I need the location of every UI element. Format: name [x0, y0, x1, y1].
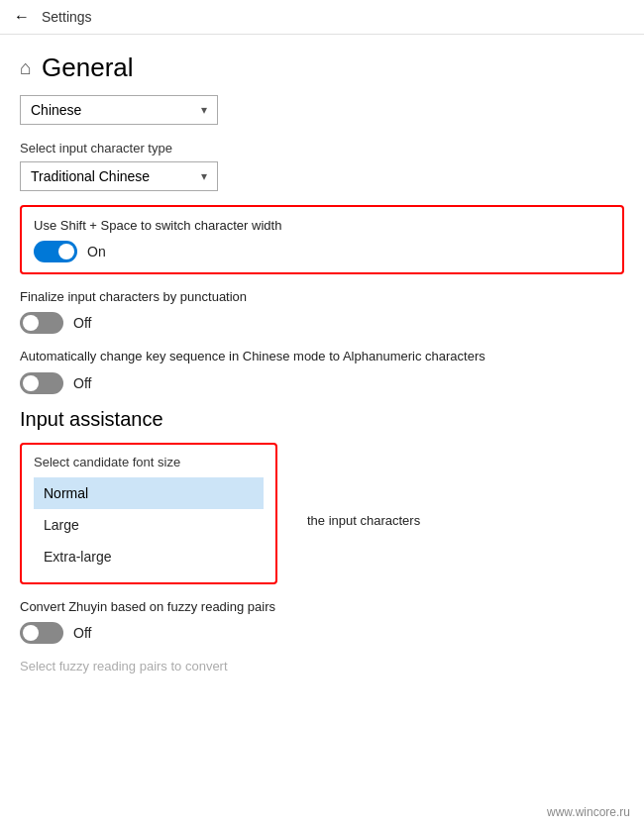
auto-change-toggle-knob: [23, 375, 39, 391]
char-type-value: Traditional Chinese: [31, 168, 150, 184]
convert-zhuyin-knob: [23, 625, 39, 641]
candidate-option-large[interactable]: Large: [34, 509, 264, 541]
char-type-section: Select input character type Traditional …: [20, 141, 624, 191]
shift-space-toggle-knob: [58, 244, 74, 259]
auto-change-section: Automatically change key sequence in Chi…: [20, 348, 624, 393]
shift-space-toggle-row: On: [34, 241, 610, 262]
page-title: General: [42, 52, 134, 83]
finalize-toggle-knob: [23, 315, 39, 331]
convert-zhuyin-label: Convert Zhuyin based on fuzzy reading pa…: [20, 598, 624, 616]
convert-zhuyin-toggle[interactable]: [20, 622, 63, 644]
finalize-toggle-row: Off: [20, 312, 624, 334]
candidate-font-size-box: Select candidate font size Normal Large …: [20, 443, 277, 584]
home-icon: ⌂: [20, 56, 32, 79]
finalize-label: Finalize input characters by punctuation: [20, 288, 624, 306]
language-dropdown[interactable]: Chinese ▾: [20, 95, 218, 125]
convert-zhuyin-toggle-row: Off: [20, 622, 624, 644]
char-type-arrow: ▾: [201, 169, 207, 183]
shift-space-state: On: [87, 244, 106, 259]
watermark: www.wincore.ru: [547, 805, 630, 819]
shift-space-section: Use Shift + Space to switch character wi…: [20, 205, 624, 274]
input-chars-label: the input characters: [307, 513, 420, 528]
finalize-toggle[interactable]: [20, 312, 63, 334]
back-button[interactable]: ←: [14, 8, 30, 26]
language-dropdown-value: Chinese: [31, 102, 81, 118]
language-dropdown-arrow: ▾: [201, 103, 207, 117]
candidate-font-size-label: Select candidate font size: [34, 455, 264, 469]
shift-space-toggle[interactable]: [34, 241, 77, 262]
input-assistance-heading: Input assistance: [20, 408, 624, 431]
char-type-dropdown[interactable]: Traditional Chinese ▾: [20, 161, 218, 191]
auto-change-toggle[interactable]: [20, 372, 63, 394]
char-type-label: Select input character type: [20, 141, 624, 155]
auto-change-label: Automatically change key sequence in Chi…: [20, 348, 624, 365]
input-assistance-section: Input assistance Select candidate font s…: [20, 408, 624, 675]
auto-change-toggle-row: Off: [20, 372, 624, 394]
candidate-option-normal[interactable]: Normal: [34, 477, 264, 509]
auto-change-state: Off: [73, 375, 91, 391]
convert-zhuyin-state: Off: [73, 625, 91, 641]
shift-space-label: Use Shift + Space to switch character wi…: [34, 217, 610, 235]
finalize-section: Finalize input characters by punctuation…: [20, 288, 624, 334]
page-header: ⌂ General: [0, 35, 644, 89]
content: Chinese ▾ Select input character type Tr…: [0, 89, 644, 701]
top-bar-title: Settings: [42, 9, 92, 25]
language-dropdown-wrapper: Chinese ▾: [20, 95, 624, 125]
finalize-state: Off: [73, 315, 91, 331]
top-bar: ← Settings: [0, 0, 644, 35]
select-fuzzy-label: Select fuzzy reading pairs to convert: [20, 658, 624, 675]
convert-zhuyin-section: Convert Zhuyin based on fuzzy reading pa…: [20, 598, 624, 644]
candidate-option-extra-large[interactable]: Extra-large: [34, 541, 264, 572]
